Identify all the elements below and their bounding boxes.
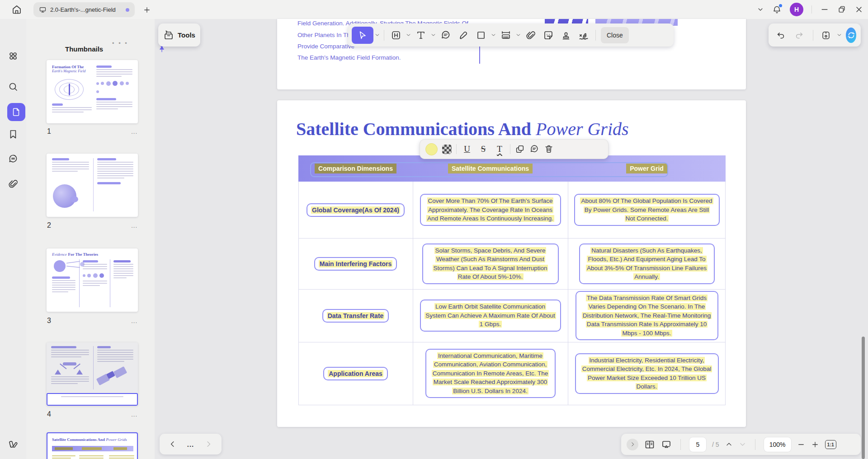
sticker-tool[interactable] (540, 27, 557, 44)
pen-highlighter-tool[interactable] (455, 27, 472, 44)
zoom-in-button[interactable] (811, 440, 819, 449)
highlight-annotation[interactable]: Main Interfering Factors (314, 257, 397, 271)
quick-actions-bar (769, 23, 861, 47)
page5-title-italic: Power Grids (536, 119, 629, 139)
highlight-tool-chevron[interactable] (405, 27, 412, 44)
notifications-button[interactable] (772, 5, 782, 14)
thumbnail-page-5[interactable]: Satellite Communications And Power Grids (47, 432, 138, 459)
satellite-cell: Low Earth Orbit Satellite Communication … (413, 289, 568, 342)
shape-tool-chevron[interactable] (490, 27, 497, 44)
highlight-annotation[interactable]: About 80% Of The Global Population Is Co… (574, 194, 720, 226)
highlight-color-swatch[interactable] (425, 143, 438, 155)
thumbnail-4-menu[interactable]: ... (131, 411, 137, 418)
undo-button[interactable] (773, 27, 788, 44)
document-tab[interactable]: 2.0-Earth's-...gnetic-Field (33, 2, 135, 17)
thumbnail-2-menu[interactable]: ... (131, 222, 137, 229)
toolbox-icon (163, 30, 174, 41)
text-tool[interactable] (412, 27, 429, 44)
attachments-button[interactable] (8, 178, 19, 189)
text-tool-chevron[interactable] (430, 27, 437, 44)
highlight-annotation[interactable]: Natural Disasters (Such As Earthquakes, … (579, 244, 715, 284)
highlight-annotation[interactable]: Data Transfer Rate (322, 309, 389, 323)
page5-title[interactable]: Satellite Communications And Power Grids (296, 118, 629, 140)
highlight-annotation[interactable]: Application Areas (323, 367, 388, 380)
comments-button[interactable] (8, 154, 19, 164)
bookmarks-button[interactable] (8, 129, 19, 140)
save-options-chevron[interactable] (836, 27, 843, 44)
stamp-tool[interactable] (557, 27, 575, 44)
zoom-out-button[interactable] (797, 440, 805, 449)
page4-text-line[interactable]: The Earth's Magnetic Field Formation. (297, 54, 401, 61)
copy-tool[interactable] (515, 144, 525, 154)
close-toolbar-button[interactable]: Close (601, 27, 629, 43)
highlight-annotation[interactable]: Low Earth Orbit Satellite Communication … (420, 300, 561, 332)
comment-tool-main[interactable] (437, 27, 454, 44)
measure-tool-chevron[interactable] (515, 27, 522, 44)
comparison-table: Comparison Dimensions Satellite Communic… (298, 155, 726, 405)
opacity-checkerboard-icon[interactable] (442, 145, 452, 154)
previous-page-button[interactable] (725, 440, 733, 448)
comment-tool[interactable] (529, 144, 539, 154)
close-window-button[interactable] (854, 5, 863, 14)
thumbnail-page-1[interactable]: Formation Of The Earth's Magnetic Field (47, 60, 138, 123)
nav-forward-button[interactable] (204, 440, 212, 448)
header-highlight-selection[interactable] (310, 162, 668, 177)
account-avatar[interactable]: H (790, 3, 803, 16)
strikethrough-tool[interactable]: S (477, 144, 489, 154)
highlight-annotation[interactable]: The Data Transmission Rate Of Smart Grid… (576, 291, 718, 341)
thumbnails-panel-button[interactable] (7, 103, 25, 121)
shape-rectangle-tool[interactable] (472, 27, 490, 44)
panel-drag-handle[interactable]: • • • (112, 40, 128, 47)
thumbnail-page-4[interactable] (47, 342, 138, 406)
redo-button[interactable] (792, 27, 807, 44)
new-tab-button[interactable] (142, 5, 152, 15)
signature-tool[interactable] (575, 27, 592, 44)
divider (384, 30, 384, 41)
nav-more-button[interactable]: ... (187, 440, 194, 448)
highlight-annotation[interactable]: Solar Storms, Space Debris, And Severe W… (422, 244, 559, 284)
highlight-annotation[interactable]: International Communication, Maritime Co… (425, 349, 556, 398)
thumbnail-page-2[interactable] (47, 154, 138, 217)
tools-button[interactable]: Tools (158, 23, 200, 47)
underline-tool[interactable]: U (461, 144, 473, 154)
actual-size-button[interactable]: 1:1 (825, 440, 836, 449)
page-layout-button[interactable] (644, 439, 655, 450)
apps-grid-button[interactable] (8, 51, 19, 61)
thumbnail-page-3[interactable]: Evidence For The Theories (47, 248, 138, 312)
vertical-scrollbar-thumb[interactable] (862, 337, 865, 459)
page4-text-line[interactable]: Provide Comparative (297, 43, 354, 50)
minimize-button[interactable] (820, 5, 829, 14)
zoom-level-input[interactable]: 100% (764, 437, 791, 452)
highlight-annotation[interactable]: Cover More Than 70% Of The Earth's Surfa… (420, 194, 561, 226)
page4-text-line[interactable]: Other Planets In The (297, 32, 354, 38)
attach-file-tool[interactable] (522, 27, 539, 44)
search-button[interactable] (8, 81, 19, 92)
delete-tool[interactable] (544, 144, 554, 154)
squiggly-underline-tool[interactable]: T (494, 144, 505, 154)
page-number-input[interactable]: 5 (689, 437, 706, 452)
highlight-annotation[interactable]: Global Coverage(As Of 2024) (307, 203, 405, 217)
thumbnail-3-menu[interactable]: ... (131, 318, 137, 324)
ai-assistant-button[interactable] (846, 28, 856, 43)
table-row: Application Areas International Communic… (298, 342, 726, 405)
history-nav-pill: ... (160, 434, 222, 454)
highlight-tool[interactable] (387, 27, 405, 44)
select-tool[interactable] (352, 27, 373, 44)
presentation-mode-button[interactable] (661, 439, 672, 450)
home-button[interactable] (10, 3, 24, 16)
nav-back-button[interactable] (169, 440, 177, 448)
tools-label: Tools (178, 31, 195, 39)
viewport-indicator[interactable] (47, 393, 138, 406)
top-bar: 2.0-Earth's-...gnetic-Field H (0, 0, 868, 19)
thumbnail-1-menu[interactable]: ... (131, 128, 137, 135)
collapse-bar-button[interactable] (627, 439, 638, 450)
tab-list-chevron[interactable] (757, 6, 764, 13)
swatches-palette-button[interactable] (8, 439, 19, 450)
measure-tool[interactable] (497, 27, 514, 44)
select-tool-chevron[interactable] (374, 27, 381, 44)
next-page-button[interactable] (739, 440, 746, 448)
thumbnail-1-row: 1 ... (47, 127, 137, 137)
restore-button[interactable] (837, 5, 846, 14)
highlight-annotation[interactable]: Industrial Electricity, Residential Elec… (575, 353, 719, 394)
save-button[interactable] (819, 27, 833, 44)
